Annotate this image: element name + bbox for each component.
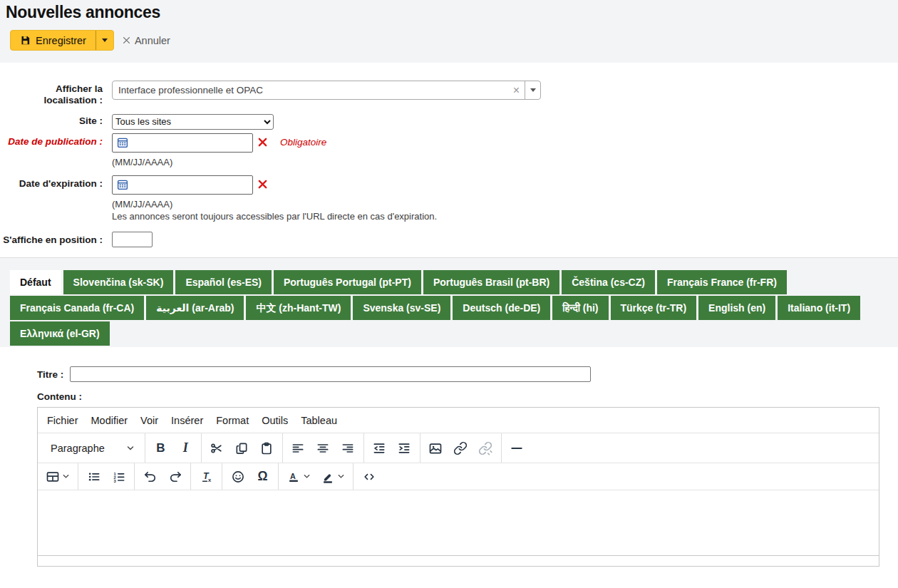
publication-date-field: Obligatoire (MM/JJ/AAAA)	[112, 133, 326, 167]
cancel-link[interactable]: Annuler	[123, 35, 170, 46]
display-location-label: Afficher la localisation :	[0, 81, 112, 106]
chevron-down-icon	[303, 473, 311, 480]
body-label: Contenu :	[37, 391, 879, 402]
outdent-icon[interactable]	[368, 436, 391, 460]
chevron-down-icon	[530, 88, 536, 92]
library-select[interactable]: Tous les sites	[112, 114, 274, 130]
menu-voir[interactable]: Voir	[134, 411, 165, 430]
editor-menubar: FichierModifierVoirInsérerFormatOutilsTa…	[38, 408, 879, 433]
chevron-down-icon	[102, 38, 108, 42]
clear-selection-icon[interactable]: ×	[508, 85, 525, 96]
paste-icon[interactable]	[255, 436, 279, 460]
announcement-form: Afficher la localisation : Interface pro…	[0, 63, 898, 257]
menu-tableau[interactable]: Tableau	[294, 411, 344, 430]
tab-hi[interactable]: हिन्दी (hi)	[552, 296, 608, 320]
menu-format[interactable]: Format	[210, 411, 255, 430]
horizontal-rule-icon[interactable]	[505, 436, 529, 460]
clear-date-icon[interactable]	[258, 175, 267, 189]
dropdown-arrow-box[interactable]	[525, 81, 540, 99]
text-color-icon[interactable]: A	[282, 465, 315, 488]
cancel-link-label: Annuler	[135, 35, 170, 46]
editor-statusbar	[38, 555, 879, 566]
content-section: Titre : Contenu : FichierModifierVoirIns…	[0, 347, 898, 567]
language-tabs: DéfautSlovenčina (sk-SK)Español (es-ES)P…	[10, 270, 888, 346]
page-title: Nouvelles annonces	[0, 1, 898, 22]
calendar-icon[interactable]	[116, 136, 129, 149]
tab-sk-SK[interactable]: Slovenčina (sk-SK)	[63, 270, 174, 294]
align-center-icon[interactable]	[311, 436, 335, 460]
align-left-icon[interactable]	[287, 436, 310, 460]
svg-text:x: x	[208, 476, 212, 483]
tab-sv-SE[interactable]: Svenska (sv-SE)	[353, 296, 450, 320]
bold-icon[interactable]: B	[149, 436, 172, 460]
calendar-icon[interactable]	[116, 178, 129, 191]
date-format-hint: (MM/JJ/AAAA)	[112, 157, 326, 167]
title-label: Titre :	[37, 369, 63, 380]
language-tabs-band: DéfautSlovenčina (sk-SK)Español (es-ES)P…	[0, 257, 898, 347]
insert-link-icon[interactable]	[449, 436, 473, 460]
remove-link-icon[interactable]	[474, 436, 497, 460]
chevron-down-icon	[126, 444, 135, 453]
save-icon	[20, 35, 31, 46]
tab-tr-TR[interactable]: Türkçe (tr-TR)	[611, 296, 697, 320]
paragraph-format-select[interactable]: Paragraphe	[41, 436, 141, 460]
editor-toolbar-row2: 123 Tx Ω	[38, 463, 879, 490]
indent-icon[interactable]	[393, 436, 416, 460]
tab-de-DE[interactable]: Deutsch (de-DE)	[453, 296, 550, 320]
tab-pt-BR[interactable]: Português Brasil (pt-BR)	[423, 270, 559, 294]
title-input[interactable]	[70, 366, 591, 382]
chevron-down-icon	[62, 473, 70, 480]
display-location-select[interactable]: Interface professionnelle et OPAC ×	[112, 81, 541, 100]
expiration-date-input[interactable]	[112, 175, 253, 195]
numbered-list-icon[interactable]: 123	[107, 465, 130, 488]
action-toolbar: Enregistrer Annuler	[10, 30, 898, 51]
menu-outils[interactable]: Outils	[255, 411, 294, 430]
editor-toolbar-row1: Paragraphe B I	[38, 433, 879, 463]
clear-formatting-icon[interactable]: Tx	[195, 465, 218, 488]
save-button-label: Enregistrer	[36, 35, 86, 46]
menu-insérer[interactable]: Insérer	[165, 411, 210, 430]
menu-modifier[interactable]: Modifier	[85, 411, 135, 430]
editor-content-area[interactable]	[38, 490, 879, 555]
cut-icon[interactable]	[205, 436, 229, 460]
tab-ar-Arab[interactable]: العربية (ar-Arab)	[146, 296, 244, 320]
position-label: S'affiche en position :	[0, 232, 112, 246]
publication-date-input[interactable]	[112, 133, 253, 153]
tab-fr-FR[interactable]: Français France (fr-FR)	[657, 270, 787, 294]
tab-it-IT[interactable]: Italiano (it-IT)	[778, 296, 860, 320]
display-location-value: Interface professionnelle et OPAC	[113, 85, 508, 96]
svg-text:A: A	[290, 471, 296, 480]
tab-fr-CA[interactable]: Français Canada (fr-CA)	[10, 296, 144, 320]
italic-icon[interactable]: I	[174, 436, 197, 460]
save-dropdown-toggle[interactable]	[96, 31, 113, 50]
tab-defaut[interactable]: Défaut	[10, 270, 61, 294]
expiration-date-field: (MM/JJ/AAAA) Les annonces seront toujour…	[112, 175, 437, 222]
highlight-color-icon[interactable]	[316, 465, 349, 488]
tab-pt-PT[interactable]: Português Portugal (pt-PT)	[274, 270, 421, 294]
save-button[interactable]: Enregistrer	[11, 31, 96, 50]
insert-image-icon[interactable]	[424, 436, 448, 460]
paragraph-format-value: Paragraphe	[51, 443, 105, 454]
tab-en[interactable]: English (en)	[698, 296, 775, 320]
svg-text:3: 3	[113, 479, 116, 483]
undo-icon[interactable]	[138, 465, 162, 488]
clear-date-icon[interactable]	[258, 133, 267, 147]
tab-zh-Hant-TW[interactable]: 中文 (zh-Hant-TW)	[246, 296, 351, 320]
tab-es-ES[interactable]: Español (es-ES)	[175, 270, 272, 294]
position-input[interactable]	[112, 232, 153, 247]
bullet-list-icon[interactable]	[82, 465, 105, 488]
close-icon	[123, 36, 130, 44]
align-right-icon[interactable]	[336, 436, 360, 460]
required-badge: Obligatoire	[280, 133, 326, 148]
tab-el-GR[interactable]: Ελληνικά (el-GR)	[10, 321, 110, 346]
redo-icon[interactable]	[163, 465, 187, 488]
emoticons-icon[interactable]	[226, 465, 249, 488]
table-icon[interactable]	[41, 465, 74, 488]
menu-fichier[interactable]: Fichier	[41, 411, 85, 430]
copy-icon[interactable]	[230, 436, 254, 460]
special-character-icon[interactable]: Ω	[251, 465, 274, 488]
tab-cs-CZ[interactable]: Čeština (cs-CZ)	[562, 270, 655, 294]
date-format-hint: (MM/JJ/AAAA)	[112, 199, 437, 210]
expiration-note: Les annonces seront toujours accessibles…	[112, 211, 437, 222]
source-code-icon[interactable]	[357, 465, 381, 488]
